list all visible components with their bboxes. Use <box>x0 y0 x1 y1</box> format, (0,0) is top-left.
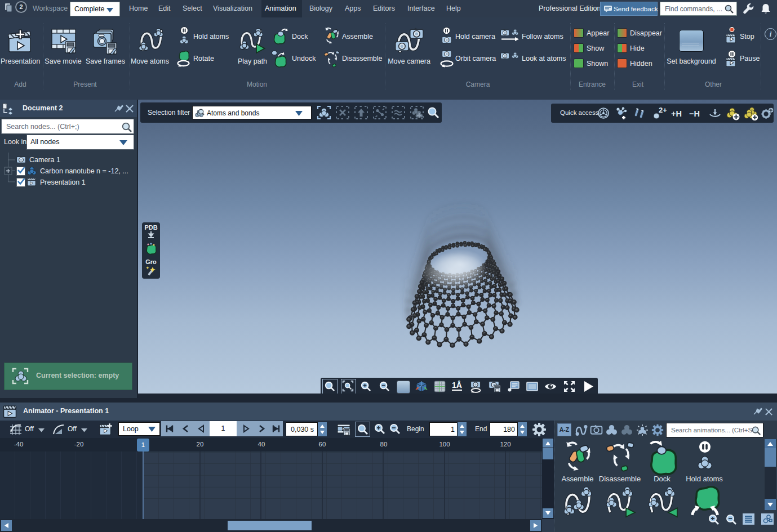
svg-text:2+: 2+ <box>659 106 667 114</box>
